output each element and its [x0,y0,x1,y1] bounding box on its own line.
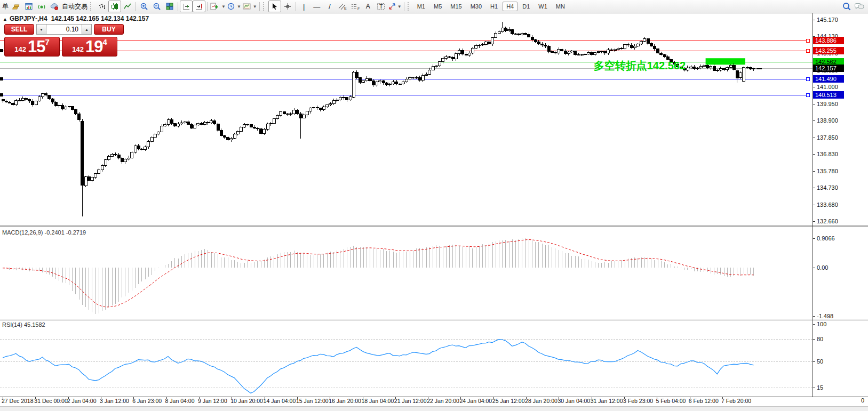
svg-text:T: T [379,3,383,10]
periods-icon[interactable]: ▼ [226,1,242,12]
autotrade-label[interactable]: 自动交易 [61,2,89,11]
toolbar-separator [136,2,136,11]
text-label-tool-icon[interactable]: T [375,1,387,12]
rsi-tick-label: 80 [817,336,823,342]
templates-icon[interactable]: ▼ [242,1,258,12]
bar-chart-type-icon[interactable] [95,1,108,12]
time-tick-label: 16 Jan 20:00 [329,398,361,404]
time-tick-label: 31 Dec 00:00 [34,398,67,404]
vertical-line-icon[interactable]: | [298,1,310,12]
toolbar-separator [207,2,208,11]
timeframe-group: M1M5M15M30H1H4D1W1MN [413,2,569,11]
time-tick-label: 25 Jan 12:00 [492,398,525,404]
pivot-annotation-text: 多空转折点142.562 [594,59,686,73]
time-tick-label: 18 Jan 04:00 [362,398,394,404]
horizontal-line-icon[interactable]: — [310,1,323,12]
volume-increase-button[interactable]: ▲ [82,24,92,35]
time-tick-label: 31 Jan 12:00 [591,398,623,404]
chart-canvas[interactable] [0,0,868,411]
sell-button[interactable]: SELL [4,24,34,35]
price-tag: 142.157 [813,65,844,72]
price-tag: 141.490 [813,75,844,83]
timeframe-m5[interactable]: M5 [430,2,445,11]
time-tick-label: 28 Jan 20:00 [525,398,558,404]
ohlc-quotes-label: 142.145 142.165 142.134 142.157 [51,15,149,22]
toolbar-handle [408,2,411,11]
timeframe-mn[interactable]: MN [552,2,569,11]
collapse-triangle-icon[interactable]: ▲ [3,17,7,22]
toolbar-handle [263,2,267,11]
sell-price-panel[interactable]: 142157 [4,37,60,57]
timeframe-m1[interactable]: M1 [413,2,429,11]
charts-window-icon[interactable] [22,1,35,12]
zoom-out-icon[interactable] [150,1,163,12]
text-tool-icon[interactable]: A [362,1,375,12]
toolbar-handle [90,2,94,11]
timeframe-d1[interactable]: D1 [519,2,533,11]
price-tick-label: 136.830 [817,151,838,157]
time-tick-label: 9 Jan 12:00 [198,398,227,404]
time-tick-label: 14 Jan 04:00 [264,398,296,404]
price-tag: 143.255 [813,47,844,54]
time-tick-label: 21 Jan 12:00 [394,398,427,404]
sell-price-figure: 142 [14,44,26,55]
equidistant-channel-icon[interactable]: E [336,1,349,12]
timeframe-h1[interactable]: H1 [487,2,501,11]
time-tick-label: 8 Jan 04:00 [165,398,195,404]
line-chart-type-icon[interactable] [121,1,134,12]
buy-button[interactable]: BUY [94,24,124,35]
timeframe-w1[interactable]: W1 [535,2,551,11]
sell-price-pips: 15 [28,39,45,55]
new-order-icon[interactable] [10,1,22,12]
arrows-tool-icon[interactable]: ▼ [387,1,402,12]
time-tick-label: 3 Feb 23:00 [623,398,653,404]
price-tick-label: 138.900 [817,117,838,124]
macd-tick-label: 0.00 [817,264,828,271]
price-tick-label: 137.850 [817,134,838,141]
price-tick-label: 145.170 [817,17,838,23]
cursor-icon[interactable] [268,1,281,12]
autotrade-icon[interactable] [48,1,61,12]
sell-price-point: 7 [45,39,49,45]
one-click-trading-widget: SELL ▼ ▲ BUY 142157 142194 [4,24,117,57]
buy-price-pips: 19 [85,39,102,55]
time-tick-label: 22 Jan 20:00 [427,398,459,404]
chart-shift-icon[interactable] [193,1,205,12]
price-tick-label: 135.780 [817,168,838,174]
time-tick-label: 5 Feb 04:00 [656,398,686,404]
time-tick-label: 10 Jan 20:00 [230,398,263,404]
new-order-label[interactable]: 单 [1,2,10,11]
volume-input[interactable] [46,24,82,35]
candlestick-chart-type-icon[interactable] [108,1,121,12]
price-tick-label: 134.730 [817,184,838,191]
time-tick-label: 27 Dec 2018 [2,398,34,404]
auto-scroll-icon[interactable] [180,1,193,12]
fibonacci-icon[interactable]: F [349,1,362,12]
time-tick-label: 7 Feb 20:00 [721,398,751,404]
chat-icon[interactable] [853,1,866,12]
buy-price-figure: 142 [72,44,84,55]
zoom-in-icon[interactable] [138,1,150,12]
volume-decrease-button[interactable]: ▼ [36,24,46,35]
buy-price-panel[interactable]: 142194 [62,37,117,57]
price-tag: 140.513 [813,91,844,99]
buy-price-point: 4 [102,39,107,45]
time-tick-label: 6 Feb 12:00 [689,398,719,404]
tile-windows-icon[interactable] [163,1,176,12]
timeframe-h4[interactable]: H4 [503,2,517,11]
price-tick-label: 141.000 [817,84,838,90]
time-tick-label: 6 Jan 23:00 [132,398,162,404]
price-tag: 143.886 [813,37,844,44]
crosshair-icon[interactable] [281,1,294,12]
svg-text:E: E [344,6,347,10]
toolbar: 单 自动交易 [0,0,868,13]
timeframe-m15[interactable]: M15 [447,2,465,11]
add-indicator-icon[interactable]: ▼ [209,1,226,12]
search-icon[interactable] [840,1,853,12]
toolbar-separator [404,2,404,11]
bottom-scroll-strip[interactable] [0,406,868,411]
trendline-icon[interactable]: / [323,1,336,12]
signals-icon[interactable] [35,1,48,12]
timeframe-m30[interactable]: M30 [467,2,485,11]
time-tick-label: 2 Jan 04:00 [67,398,97,404]
